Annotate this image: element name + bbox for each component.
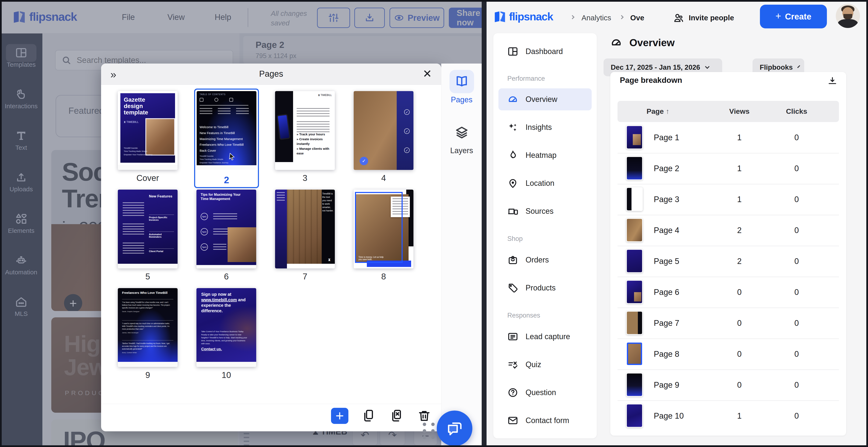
sidebar-item-question[interactable]: Question [498,382,592,404]
row-views: 0 [727,288,752,297]
tab-pages[interactable]: Pages [441,70,482,104]
page-thumb-10[interactable]: Sign up now at www.timebill.com and expe… [196,288,256,367]
breadcrumb-overview: Ove [630,13,648,22]
column-header-page[interactable]: Page ↑ [647,107,670,116]
devices-icon [507,206,518,217]
page-mini-thumb [626,373,643,396]
pages-tab-iconbox [450,70,474,93]
location-pin-icon [507,178,518,189]
invite-people-button[interactable]: Invite people [673,12,734,23]
row-views: 1 [727,411,752,420]
column-header-views[interactable]: Views [719,107,760,116]
row-clicks: 0 [784,195,809,204]
flipsnack-logo[interactable]: flipsnack [494,10,553,23]
drag-handle-dots[interactable] [423,423,438,440]
text-block [218,108,230,115]
layers-tab-iconbox [450,121,474,144]
invite-people-label: Invite people [689,13,734,22]
delete-page-button[interactable] [417,409,431,423]
table-row[interactable]: Page 7 0 0 [618,308,839,339]
window-frame [866,0,868,447]
duplicate-page-button[interactable] [361,409,375,423]
page10-contact-link: Contact us. [201,347,222,351]
cursor-icon [228,153,236,161]
row-divider [618,308,839,308]
page-thumb-9[interactable]: Freelancers Who Love TimeBill "I've been… [118,288,178,367]
tab-layers[interactable]: Layers [441,121,482,155]
close-icon[interactable]: ✕ [423,67,432,80]
chat-button[interactable] [437,411,472,446]
table-row[interactable]: Page 8 0 0 [618,339,839,370]
pages-modal-footer [101,404,441,431]
page-thumb-3[interactable]: ⧗ TIMEBILL » Track your hours » Create i… [275,91,335,170]
table-row[interactable]: Page 10 1 0 [618,401,839,431]
selected-page-2[interactable]: TABLE OF CONTENTS Welcome to TimeBill Ne… [194,89,259,188]
row-divider [618,370,839,370]
table-row[interactable]: Page 2 1 0 [618,153,839,184]
toc-divider [199,105,248,105]
text-block [236,108,249,115]
sidebar-item-products[interactable]: Products [498,277,592,299]
column-header-clicks[interactable]: Clicks [776,107,817,116]
row-divider [618,153,839,153]
page-footer-strip [118,362,178,367]
invite-people-icon [673,12,684,23]
page-thumb-4[interactable]: ✓ ✓ ✓ ✓ [354,91,413,170]
text-block [297,121,330,133]
sidebar-item-contact-form[interactable]: Contact form [498,410,592,432]
table-row[interactable]: Page 4 2 0 [618,215,839,246]
sidebar-item-dashboard[interactable]: Dashboard [498,40,592,63]
create-button[interactable]: + Create [760,5,827,28]
shopping-bag-icon [507,254,518,265]
sidebar-item-overview[interactable]: Overview [498,88,592,110]
add-page-button[interactable] [331,408,348,424]
delete-page-variant-button[interactable] [389,409,403,423]
sidebar-item-insights[interactable]: Insights [498,116,592,138]
sidebar-item-quiz[interactable]: Quiz [498,354,592,376]
text-block [123,202,144,217]
flipbooks-value: Flipbooks [760,63,793,71]
page-footer-strip [196,265,256,268]
avatar[interactable] [836,4,860,28]
cover-title: Gazette design template [124,97,164,116]
sidebar-item-orders[interactable]: Orders [498,249,592,271]
sidebar-label: Orders [526,255,549,264]
page-thumb-6[interactable]: Tips for Maximizing Your Time Management… [196,190,256,268]
page5-title: New Features [149,194,173,198]
check-circle-icon: ✓ [404,109,410,115]
trash-icon [417,409,431,423]
analytics-header: flipsnack Analytics Ove Invite people + … [487,2,866,33]
table-row[interactable]: Page 5 2 0 [618,246,839,277]
page-label-9: 9 [118,370,178,380]
row-page-name: Page 10 [654,411,684,420]
breadcrumb-analytics[interactable]: Analytics [582,13,611,22]
table-row[interactable]: Page 6 0 0 [618,277,839,308]
sparkles-icon [507,122,518,133]
table-row[interactable]: Page 9 0 0 [618,370,839,401]
row-divider [618,246,839,246]
page-footer-strip [197,165,256,170]
page-thumb-5[interactable]: New Features Project-Specific Invoices A… [118,190,178,268]
export-button[interactable] [827,76,838,87]
page-thumb-7[interactable]: TimeBill is the tool you need to work sm… [275,190,335,268]
pages-tab-label: Pages [441,95,482,104]
breadcrumb-chevron-icon [619,15,624,19]
page-breakdown-card: Page breakdown Page ↑ Views Clicks Page … [610,72,846,436]
sidebar-item-sources[interactable]: Sources [498,200,592,222]
sidebar-label: Dashboard [526,47,563,56]
row-clicks: 0 [784,381,809,390]
sidebar-label: Heatmap [526,151,557,160]
page-label-cover: Cover [118,173,178,183]
table-row[interactable]: Page 3 1 0 [618,184,839,215]
page-thumb-2[interactable]: TABLE OF CONTENTS Welcome to TimeBill Ne… [197,91,256,170]
sidebar-item-location[interactable]: Location [498,172,592,194]
sidebar-label: Location [526,179,554,188]
sidebar-item-heatmap[interactable]: Heatmap [498,144,592,166]
page-thumb-cover[interactable]: Gazette design template ⧗ TIMEBILL TimeB… [118,91,178,170]
panel-divider [482,0,487,447]
sidebar-item-lead-capture[interactable]: Lead capture [498,326,592,348]
table-row[interactable]: Page 1 1 0 [618,122,839,153]
page-mini-thumb [626,404,643,427]
page-thumb-8[interactable]: Time is money. Let us help you save both… [354,190,413,268]
page-label-2: 2 [195,175,258,185]
